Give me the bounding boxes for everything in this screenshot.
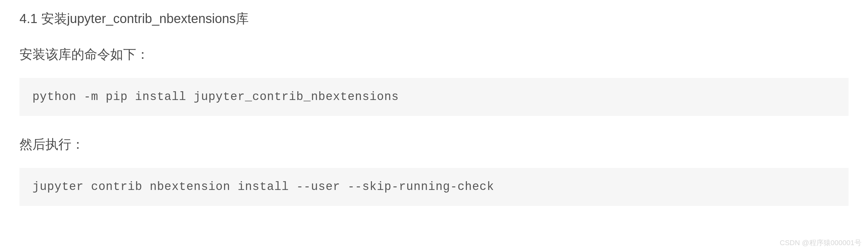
- watermark: CSDN @程序猿000001号: [780, 238, 862, 248]
- paragraph-then: 然后执行：: [20, 135, 848, 153]
- code-block-execute: jupyter contrib nbextension install --us…: [20, 168, 848, 206]
- code-block-install: python -m pip install jupyter_contrib_nb…: [20, 78, 848, 116]
- section-heading: 4.1 安装jupyter_contrib_nbextensions库: [20, 10, 848, 28]
- paragraph-intro: 安装该库的命令如下：: [20, 46, 848, 63]
